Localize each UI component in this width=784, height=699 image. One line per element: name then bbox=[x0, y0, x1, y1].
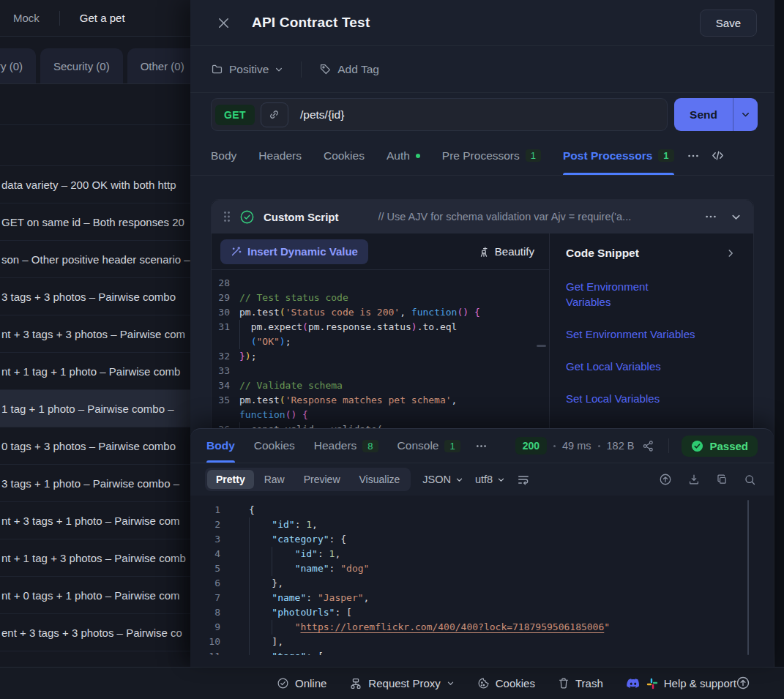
script-editor-column: Insert Dynamic Value Beautify 2829// Tes… bbox=[212, 233, 550, 438]
tab-body[interactable]: Body bbox=[206, 429, 235, 463]
script-title: Custom Script bbox=[264, 211, 339, 223]
list-item[interactable]: nt + 3 tags + 3 photos – Pairwise com bbox=[0, 315, 190, 353]
discord-icon bbox=[626, 678, 641, 689]
filter-tab-ry-0[interactable]: ry (0) bbox=[0, 48, 36, 83]
status-dot bbox=[416, 154, 420, 158]
script-collapse-chevron-icon[interactable] bbox=[731, 212, 742, 223]
code-snippet-panel: Code Snippet Get Environment VariablesSe… bbox=[550, 233, 753, 438]
drag-handle-icon[interactable] bbox=[223, 211, 231, 223]
tab-body[interactable]: Body bbox=[211, 136, 236, 175]
url-input[interactable]: /pets/{id} bbox=[300, 108, 344, 122]
snippet-link-set-local-variables[interactable]: Set Local Variables bbox=[566, 391, 696, 406]
script-enabled-checkbox[interactable] bbox=[239, 209, 255, 225]
view-tab-preview[interactable]: Preview bbox=[295, 470, 349, 489]
editor-toolbar: Insert Dynamic Value Beautify bbox=[212, 233, 549, 270]
chevron-down-icon bbox=[447, 679, 455, 687]
trash-menu[interactable]: Trash bbox=[558, 677, 603, 689]
wrap-lines-icon[interactable] bbox=[517, 473, 530, 486]
list-item[interactable]: nt + 1 tag + 3 photos – Pairwise comb bbox=[0, 539, 190, 577]
code-line: 3 "category": { bbox=[205, 532, 774, 547]
scroll-top-icon[interactable] bbox=[659, 473, 672, 486]
tab-console[interactable]: Console1 bbox=[397, 429, 460, 463]
count-badge: 1 bbox=[526, 149, 541, 162]
view-tab-pretty[interactable]: Pretty bbox=[207, 470, 254, 489]
code-line: 30pm.test('Status code is 200', function… bbox=[212, 305, 549, 320]
scroll-up-icon[interactable] bbox=[736, 676, 750, 690]
filter-tab-other-0[interactable]: Other (0) bbox=[127, 48, 190, 83]
tab-auth[interactable]: Auth bbox=[387, 136, 420, 175]
share-icon[interactable] bbox=[642, 440, 654, 452]
list-item[interactable]: GET on same id – Both responses 20 bbox=[0, 203, 190, 241]
tab-get-a-pet[interactable]: Get a pet bbox=[80, 12, 125, 24]
list-item[interactable]: data variety – 200 OK with both http bbox=[0, 166, 190, 203]
help-support-menu[interactable]: Help & support bbox=[626, 677, 736, 689]
snippet-link-get-local-variables[interactable]: Get Local Variables bbox=[566, 359, 696, 374]
response-view-row: PrettyRawPreviewVisualize JSON utf8 bbox=[190, 463, 774, 496]
beautify-button[interactable]: Beautify bbox=[478, 245, 534, 258]
view-tab-visualize[interactable]: Visualize bbox=[351, 470, 409, 489]
list-item[interactable]: 3 tags + 1 photo – Pairwise combo – bbox=[0, 465, 190, 502]
count-badge: 1 bbox=[444, 440, 460, 452]
response-meta: 200 49 ms 182 B Passed bbox=[515, 436, 758, 457]
code-snippet-header[interactable]: Code Snippet bbox=[566, 247, 739, 260]
list-item[interactable] bbox=[0, 84, 190, 125]
send-options-chevron-icon[interactable] bbox=[733, 98, 758, 131]
list-item[interactable]: nt + 3 tags + 1 photo – Pairwise com bbox=[0, 502, 190, 539]
download-icon[interactable] bbox=[687, 473, 701, 486]
close-icon[interactable] bbox=[217, 16, 231, 30]
custom-script-header[interactable]: Custom Script // Use AJV for schema vali… bbox=[212, 200, 753, 233]
response-json-code: 1{2 "id": 1,3 "category": {4 "id": 1,5 "… bbox=[190, 503, 774, 655]
script-more-icon[interactable] bbox=[704, 210, 717, 223]
encoding-select[interactable]: utf8 bbox=[475, 474, 505, 485]
tag-icon bbox=[319, 63, 332, 75]
copy-icon[interactable] bbox=[716, 474, 728, 486]
editor-scrollbar[interactable] bbox=[537, 345, 546, 347]
list-item[interactable]: 1 tag + 1 photo – Pairwise combo – bbox=[0, 390, 190, 427]
tab-label: Body bbox=[206, 439, 235, 452]
tab-mock[interactable]: Mock bbox=[13, 12, 40, 24]
tab-cookies[interactable]: Cookies bbox=[324, 136, 365, 175]
script-code-editor[interactable]: 2829// Test status code30pm.test('Status… bbox=[212, 270, 549, 428]
save-button[interactable]: Save bbox=[700, 10, 757, 37]
insert-dynamic-value-button[interactable]: Insert Dynamic Value bbox=[220, 239, 368, 264]
view-tab-raw[interactable]: Raw bbox=[255, 470, 294, 489]
tab-cookies[interactable]: Cookies bbox=[254, 429, 295, 463]
response-scrollbar[interactable] bbox=[747, 500, 749, 655]
tab-label: Body bbox=[211, 149, 236, 162]
code-view-icon[interactable] bbox=[711, 149, 725, 162]
page-title: API Contract Test bbox=[252, 15, 370, 31]
tab-post-processors[interactable]: Post Processors1 bbox=[563, 136, 674, 175]
snippet-link-get-environment-variables[interactable]: Get Environment Variables bbox=[566, 279, 696, 310]
meta-separator bbox=[598, 445, 600, 447]
list-item[interactable]: 3 tags + 3 photos – Pairwise combo bbox=[0, 278, 190, 315]
more-tabs-icon[interactable] bbox=[687, 149, 700, 162]
list-item[interactable]: 0 tags + 3 photos – Pairwise combo bbox=[0, 427, 190, 465]
code-line: 6 }, bbox=[205, 576, 774, 591]
list-item[interactable] bbox=[0, 125, 190, 166]
snippet-link-set-environment-variables[interactable]: Set Environment Variables bbox=[566, 326, 696, 342]
tab-headers[interactable]: Headers8 bbox=[314, 429, 378, 463]
response-more-icon[interactable] bbox=[475, 440, 488, 452]
cookies-menu[interactable]: Cookies bbox=[477, 677, 535, 689]
list-item[interactable]: nt + 0 tags + 1 photo – Pairwise com bbox=[0, 577, 190, 614]
tab-headers[interactable]: Headers bbox=[258, 136, 302, 175]
method-badge[interactable]: GET bbox=[215, 105, 255, 125]
format-select[interactable]: JSON bbox=[422, 474, 463, 485]
search-icon[interactable] bbox=[744, 474, 756, 486]
request-proxy-menu[interactable]: Request Proxy bbox=[349, 677, 454, 690]
link-icon[interactable] bbox=[261, 102, 288, 127]
add-tag-button[interactable]: Add Tag bbox=[319, 63, 379, 76]
code-line: 7 "name": "Jasper", bbox=[205, 591, 774, 605]
code-snippet-title: Code Snippet bbox=[566, 247, 639, 260]
list-item[interactable]: ent + 3 tags + 3 photos – Pairwise co bbox=[0, 614, 190, 651]
list-item[interactable]: son – Other positive header scenario – bbox=[0, 241, 190, 278]
tab-pre-processors[interactable]: Pre Processors1 bbox=[442, 136, 541, 175]
filter-tab-security-0[interactable]: Security (0) bbox=[40, 48, 123, 83]
url-bar[interactable]: GET /pets/{id} bbox=[211, 98, 668, 131]
response-body[interactable]: 1{2 "id": 1,3 "category": {4 "id": 1,5 "… bbox=[190, 496, 774, 667]
send-button[interactable]: Send bbox=[674, 98, 758, 131]
meta-divider bbox=[668, 438, 669, 453]
category-dropdown[interactable]: Positive bbox=[211, 63, 283, 76]
online-status[interactable]: Online bbox=[277, 677, 326, 689]
list-item[interactable]: nt + 1 tag + 1 photo – Pairwise comb bbox=[0, 353, 190, 390]
